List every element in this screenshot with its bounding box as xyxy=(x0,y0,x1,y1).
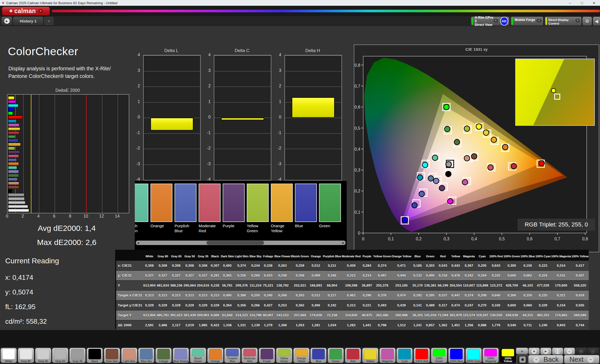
window-title: Calman 2025 Calman Ultimate for Business… xyxy=(6,1,117,5)
patch-button-yellow[interactable]: Yellow xyxy=(362,348,378,363)
deltae-bar xyxy=(8,182,19,185)
next-button[interactable]: Next » xyxy=(564,355,599,363)
table-cell: 0,364 xyxy=(220,300,234,310)
table-cell: 174,865 xyxy=(551,310,571,320)
scroll-right-icon[interactable]: ▶ xyxy=(342,241,344,244)
patch-button-cyan[interactable]: Cyan xyxy=(396,348,413,363)
current-reading-title: Current Reading xyxy=(5,257,59,265)
table-cell: 0,358 xyxy=(291,271,309,281)
preview-patch-label: Orange Yellow xyxy=(271,223,292,233)
run-history-button[interactable]: ▶ xyxy=(2,17,12,25)
table-cell: 0,266 xyxy=(249,300,262,310)
play-icon-button[interactable]: ▶ xyxy=(540,348,551,355)
patch-button-gray-65[interactable]: Gray 65 xyxy=(35,348,51,363)
table-cell: 0,330 xyxy=(489,300,503,310)
maximize-icon[interactable]: □ xyxy=(576,1,588,5)
table-cell: 0,340 xyxy=(262,291,274,300)
table-col-header: Blue Sky xyxy=(249,252,262,261)
preview-patch: Orange Yellow xyxy=(271,184,292,233)
pattern-window-button[interactable]: ■ xyxy=(517,355,529,364)
table-cell: 115,574 xyxy=(462,310,476,320)
tab-history-1[interactable]: History 1 xyxy=(13,17,43,25)
table-cell: 0,406 xyxy=(309,300,322,310)
display-control-dropdown[interactable]: Direct Display Control ▼ xyxy=(545,17,581,26)
preview-patch-chip xyxy=(175,184,197,222)
table-cell: 0,313 xyxy=(196,291,210,300)
patch-button-foliage[interactable]: Foliage xyxy=(155,348,172,363)
range-icon-button[interactable]: [··] xyxy=(552,348,563,355)
close-icon[interactable]: ✕ xyxy=(588,1,600,5)
minimize-icon[interactable]: – xyxy=(564,1,576,5)
table-cell: 0,151 xyxy=(551,271,571,281)
table-cell: 119,207 xyxy=(475,310,489,320)
table-cell: 361,979 xyxy=(449,310,462,320)
table-col-header: Cyan xyxy=(475,252,489,261)
patch-button-moderate-red[interactable]: Moderate Red xyxy=(242,348,258,363)
table-cell: 0,338 xyxy=(262,261,274,271)
table-cell: 0,247 xyxy=(462,300,476,310)
patch-button-black[interactable]: Black xyxy=(87,348,103,363)
table-cell: 0,380 xyxy=(234,291,249,300)
patch-button-yellow-green[interactable]: Yellow Green xyxy=(276,348,292,363)
delta-chart-y-axis: 43210-1-2-3-4 xyxy=(271,55,283,179)
collapse-panel-button[interactable]: ◀ xyxy=(593,17,600,26)
patch-button-blue[interactable]: Blue xyxy=(310,348,327,363)
scrollbar-thumb[interactable] xyxy=(206,241,264,245)
preview-patch-chip xyxy=(199,184,221,222)
patch-button-100-green[interactable]: 100% Green xyxy=(431,348,447,363)
patch-button-purple[interactable]: Purple xyxy=(259,348,275,363)
loop-infinite-icon-button[interactable]: ∞ xyxy=(564,348,575,355)
pattern-flyout-button[interactable]: ▲ xyxy=(516,348,528,354)
patch-button-gray-50[interactable]: Gray 50 xyxy=(52,348,68,363)
patch-button-100-yellow[interactable]: 100% Yellow xyxy=(500,348,516,363)
table-cell: 136,381 xyxy=(424,281,437,291)
patch-button-100-blue[interactable]: 100% Blue xyxy=(448,348,464,363)
settings-button[interactable]: ⚙ xyxy=(582,17,592,26)
record-icon-button[interactable] xyxy=(587,348,598,355)
patch-button-green[interactable]: Green xyxy=(328,348,344,363)
svg-text:0,2: 0,2 xyxy=(355,189,360,193)
deltae-bar xyxy=(8,155,19,158)
table-row-label: Y xyxy=(116,281,143,291)
patch-button-100-magenta[interactable]: 100% Magenta xyxy=(483,348,499,363)
scroll-left-icon[interactable]: ◀ xyxy=(137,241,139,244)
stop-icon-button[interactable]: ■ xyxy=(529,348,540,355)
patch-label: 100% Magenta xyxy=(483,357,498,362)
table-cell: 0,223 xyxy=(535,261,551,271)
patch-button-bluish-green[interactable]: Bluish Green xyxy=(190,348,206,363)
patch-button-white[interactable]: White xyxy=(1,348,17,363)
table-col-header: Gray 65 xyxy=(170,252,183,261)
refresh-icon-button[interactable]: ↻ xyxy=(576,348,587,355)
table-cell: 0,000 xyxy=(210,310,220,320)
patch-label: Blue Flower xyxy=(173,360,188,363)
patch-button-100-red[interactable]: 100% Red xyxy=(414,348,430,363)
table-cell: 0,308 xyxy=(156,261,170,271)
meter-dropdown[interactable]: X-Rite i1Pro 3Direct View ▼ 431 xyxy=(471,17,509,26)
table-cell: 138,792 xyxy=(274,281,291,291)
patch-button-magenta[interactable]: Magenta xyxy=(379,348,396,363)
patch-strip-scrollbar[interactable]: ◀ ▶ xyxy=(136,241,346,245)
patch-button-orange[interactable]: Orange xyxy=(207,348,223,363)
patch-button-light-skin[interactable]: Light Skin xyxy=(121,348,137,363)
patch-button-orange-yellow[interactable]: Orange Yellow xyxy=(293,348,310,363)
table-cell: 388,156 xyxy=(170,281,183,291)
table-cell: 0,374 xyxy=(234,261,249,271)
calman-menu-button[interactable]: ❖ calman ▼ xyxy=(2,7,50,15)
pattern-window-icon: ■ xyxy=(519,356,526,363)
table-cell: 0,329 xyxy=(183,300,196,310)
patch-button-gray-80[interactable]: Gray 80 xyxy=(18,348,34,363)
patch-button-100-cyan[interactable]: 100% Cyan xyxy=(466,348,482,363)
patch-button-blue-flower[interactable]: Blue Flower xyxy=(173,348,189,363)
table-cell: 0,141 xyxy=(412,300,424,310)
table-col-header: 100% Magenta xyxy=(551,252,571,261)
workflow-dropdown[interactable]: Mobile Forge ▼ xyxy=(511,17,543,26)
patch-label: Green xyxy=(332,360,340,363)
back-button[interactable]: « Back xyxy=(529,355,563,363)
patch-button-gray-35[interactable]: Gray 35 xyxy=(69,348,86,363)
patch-button-dark-skin[interactable]: Dark Skin xyxy=(104,348,120,363)
add-tab-button[interactable]: + xyxy=(44,17,54,25)
patch-button-red[interactable]: Red xyxy=(345,348,361,363)
patch-button-blue-sky[interactable]: Blue Sky xyxy=(138,348,154,363)
patch-button-purplish-blue[interactable]: Purplish Blue xyxy=(224,348,240,363)
table-cell: 0,244 xyxy=(249,261,262,271)
